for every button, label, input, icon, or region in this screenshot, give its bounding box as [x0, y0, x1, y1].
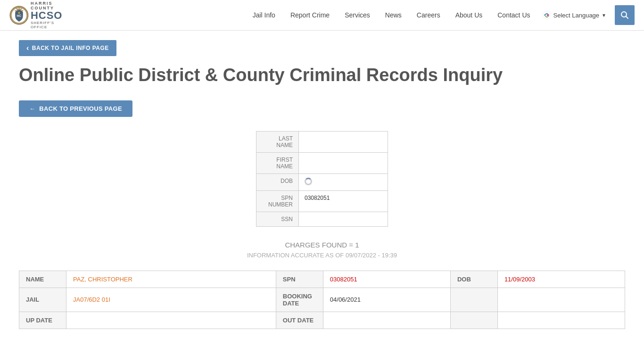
nav-jail-info[interactable]: Jail Info — [245, 0, 283, 31]
logo-text: HARRIS COUNTY HCSO SHERIFF'S OFFICE — [31, 1, 66, 29]
lastname-value — [299, 132, 388, 152]
back-to-previous-page-button[interactable]: BACK TO PREVIOUS PAGE — [19, 100, 132, 117]
info-card-firstname-row: FIRSTNAME — [256, 153, 388, 174]
record-table: NAME PAZ, CHRISTOPHER SPN 03082051 DOB 1… — [19, 271, 625, 329]
svg-line-7 — [626, 16, 628, 19]
chevron-down-icon: ▼ — [602, 13, 606, 18]
empty2-value-cell — [497, 312, 625, 329]
empty2-label-cell — [450, 312, 497, 329]
dob-label-cell: DOB — [450, 271, 497, 288]
jail-label-cell: JAIL — [19, 288, 66, 312]
dob-value — [299, 174, 388, 190]
svg-text:HC: HC — [17, 14, 22, 17]
spn-label: SPNNUMBER — [256, 191, 299, 212]
back-to-jail-info-link[interactable]: BACK TO JAIL INFO PAGE — [19, 40, 116, 56]
booking-date-value-cell: 04/06/2021 — [323, 288, 450, 312]
search-button[interactable] — [615, 5, 635, 25]
logo-badge-icon: HC — [9, 2, 29, 28]
out-date-value-cell — [323, 312, 450, 329]
empty-value-cell — [497, 288, 625, 312]
dob-label: DOB — [256, 174, 299, 190]
nav-services[interactable]: Services — [337, 0, 378, 31]
ssn-value — [299, 212, 388, 226]
info-card-wrapper: LASTNAME FIRSTNAME DOB SPNNUMBER 0308205… — [19, 131, 625, 227]
empty-label-cell — [450, 288, 497, 312]
charges-info: CHARGES FOUND = 1 INFORMATION ACCURATE A… — [19, 241, 625, 259]
up-date-label-cell: UP DATE — [19, 312, 66, 329]
google-icon — [543, 11, 551, 19]
spn-label-cell: SPN — [276, 271, 323, 288]
info-card-lastname-row: LASTNAME — [256, 132, 388, 153]
firstname-label: FIRSTNAME — [256, 153, 299, 173]
main-content: BACK TO JAIL INFO PAGE Online Public Dis… — [0, 31, 644, 357]
info-card-ssn-row: SSN — [256, 212, 388, 226]
language-selector[interactable]: Select Language ▼ — [538, 11, 611, 19]
nav-careers[interactable]: Careers — [409, 0, 448, 31]
booking-date-label-cell: BOOKING DATE — [276, 288, 323, 312]
back-to-jail-info-label: BACK TO JAIL INFO PAGE — [32, 45, 109, 51]
info-card-spn-row: SPNNUMBER 03082051 — [256, 191, 388, 212]
search-icon — [620, 11, 629, 19]
info-card-dob-row: DOB — [256, 174, 388, 191]
out-date-label-cell: OUT DATE — [276, 312, 323, 329]
back-prev-label: BACK TO PREVIOUS PAGE — [39, 105, 122, 112]
nav-report-crime[interactable]: Report Crime — [283, 0, 337, 31]
record-name-row: NAME PAZ, CHRISTOPHER SPN 03082051 DOB 1… — [19, 271, 625, 288]
spn-value: 03082051 — [299, 191, 388, 212]
nav-about-us[interactable]: About Us — [448, 0, 490, 31]
name-label-cell: NAME — [19, 271, 66, 288]
loading-spinner — [305, 178, 312, 185]
select-language-label: Select Language — [553, 12, 600, 19]
logo[interactable]: HC HARRIS COUNTY HCSO SHERIFF'S OFFICE — [9, 2, 66, 28]
name-value-cell: PAZ, CHRISTOPHER — [66, 271, 276, 288]
jail-value-cell: JA07/6D2 01I — [66, 288, 276, 312]
page-title: Online Public District & County Criminal… — [19, 65, 625, 86]
spn-value-cell: 03082051 — [323, 271, 450, 288]
nav-contact-us[interactable]: Contact Us — [490, 0, 537, 31]
dob-value-cell: 11/09/2003 — [497, 271, 625, 288]
nav-news[interactable]: News — [378, 0, 409, 31]
info-accurate-text: INFORMATION ACCURATE AS OF 09/07/2022 - … — [19, 252, 625, 259]
record-jail-row: JAIL JA07/6D2 01I BOOKING DATE 04/06/202… — [19, 288, 625, 312]
lastname-label: LASTNAME — [256, 132, 299, 152]
charges-found-text: CHARGES FOUND = 1 — [19, 241, 625, 249]
firstname-value — [299, 153, 388, 173]
record-update-row: UP DATE OUT DATE — [19, 312, 625, 329]
header: HC HARRIS COUNTY HCSO SHERIFF'S OFFICE J… — [0, 0, 644, 31]
info-card: LASTNAME FIRSTNAME DOB SPNNUMBER 0308205… — [256, 131, 388, 227]
ssn-label: SSN — [256, 212, 299, 226]
up-date-value-cell — [66, 312, 276, 329]
main-nav: Jail Info Report Crime Services News Car… — [80, 0, 635, 31]
